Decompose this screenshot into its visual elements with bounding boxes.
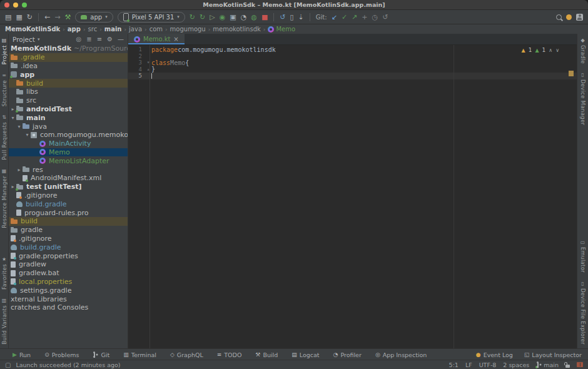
git-update-icon[interactable]: ↙ xyxy=(332,14,337,21)
previous-issue-button[interactable]: ∧ xyxy=(549,48,552,53)
breadcrumb-item[interactable]: app xyxy=(68,26,81,33)
tree-item[interactable]: build xyxy=(9,79,128,88)
settings-button[interactable]: ⚙ xyxy=(107,36,113,43)
tool-window-button-device-file-explorer[interactable]: ▯Device File Explorer xyxy=(580,277,586,349)
breadcrumb-item[interactable]: memokotlinsdk xyxy=(213,26,260,33)
tool-window-run[interactable]: ▶Run xyxy=(13,351,31,358)
collapse-all-button[interactable]: ≡ xyxy=(97,36,102,43)
profile-icon[interactable]: ◔ xyxy=(241,14,247,21)
caret-position[interactable]: 5:1 xyxy=(449,361,459,368)
breadcrumb-item[interactable]: Memo xyxy=(268,26,295,33)
tree-item[interactable]: build.gradle xyxy=(9,243,128,251)
breadcrumb-item[interactable]: mogumogu xyxy=(170,26,206,33)
tree-item[interactable]: AndroidManifest.xml xyxy=(9,174,128,183)
hide-panel-button[interactable]: — xyxy=(118,36,124,43)
tree-item[interactable]: MemoKotlinSdk~/ProgramSource/procs/blog xyxy=(9,44,128,53)
tool-window-button-device-manager[interactable]: ▯Device Manager xyxy=(580,68,586,129)
sync-icon[interactable]: ↻ xyxy=(27,14,33,21)
tree-item[interactable]: ▾com.mogumogu.memokotlinsdk xyxy=(9,131,128,139)
run-configuration-select[interactable]: app▾ xyxy=(75,12,113,23)
sync-gradle-icon[interactable]: ↺ xyxy=(280,14,285,21)
tree-collapsed-icon[interactable]: ▸ xyxy=(16,167,23,173)
tree-item[interactable]: ▾main xyxy=(9,113,128,122)
tree-item[interactable]: .gradle xyxy=(9,53,128,62)
tree-item[interactable]: proguard-rules.pro xyxy=(9,208,128,217)
tree-item[interactable]: gradle.properties xyxy=(9,251,128,260)
tool-window-button-build-variants[interactable]: ▥Build Variants xyxy=(1,294,8,349)
reader-mode[interactable] xyxy=(577,362,583,367)
fold-close-icon[interactable]: ▵ xyxy=(145,67,151,72)
apply-code-changes-icon[interactable]: ▷ xyxy=(210,14,215,21)
tree-item[interactable]: local.properties xyxy=(9,278,128,286)
tree-item[interactable]: gradle xyxy=(9,226,128,235)
git-push-icon[interactable]: ↗ xyxy=(352,14,357,21)
tree-item[interactable]: app xyxy=(9,70,128,79)
tree-item[interactable]: build.gradle xyxy=(9,200,128,208)
breadcrumb-item[interactable]: java xyxy=(129,26,142,33)
tool-window-button-resource-manager[interactable]: ▦Resource Manager xyxy=(1,164,8,233)
tree-item[interactable]: gradlew.bat xyxy=(9,269,128,278)
device-select[interactable]: Pixel 5 API 31▾ xyxy=(118,12,185,23)
tree-expanded-icon[interactable]: ▾ xyxy=(16,124,23,129)
tool-windows-toggle-icon[interactable]: ▢ xyxy=(5,361,11,368)
lock[interactable] xyxy=(565,362,570,368)
tool-window-app-inspection[interactable]: ◎App Inspection xyxy=(375,351,427,358)
tool-window-problems[interactable]: ⊙Problems xyxy=(44,351,79,358)
sdk-manager-icon[interactable]: ⇣ xyxy=(298,14,304,21)
tree-expanded-icon[interactable]: ▾ xyxy=(9,115,16,121)
git-commit-icon[interactable]: ✓ xyxy=(342,14,347,21)
breadcrumb-item[interactable]: com xyxy=(150,26,163,33)
ide-updates-icon[interactable] xyxy=(566,14,572,20)
tree-item[interactable]: .gitignore xyxy=(9,235,128,243)
rerun-icon[interactable]: ↻ xyxy=(190,14,195,21)
tool-window-graphql[interactable]: ◇GraphQL xyxy=(170,351,203,358)
fold-open-icon[interactable]: ▿ xyxy=(145,60,151,65)
project-view-select[interactable]: Project xyxy=(13,36,35,43)
tool-window-build[interactable]: ⚒Build xyxy=(255,351,278,358)
line-separator[interactable]: LF xyxy=(465,361,472,368)
attach-debugger-icon[interactable]: ▣ xyxy=(230,14,236,21)
device-manager-icon[interactable]: ▯ xyxy=(290,14,294,21)
breadcrumb-item[interactable]: MemoKotlinSdk xyxy=(5,26,60,33)
tree-item[interactable]: ▸androidTest xyxy=(9,105,128,114)
build-hammer-icon[interactable]: ⚒ xyxy=(64,14,71,21)
tool-window-button-pull-requests[interactable]: ⇅Pull Requests xyxy=(1,111,8,164)
tree-item[interactable]: build xyxy=(9,217,128,226)
tree-item[interactable]: ▸test[unitTest] xyxy=(9,183,128,191)
close-tab-icon[interactable]: × xyxy=(173,36,178,43)
tree-expanded-icon[interactable]: ▾ xyxy=(24,132,31,138)
stop-icon[interactable]: ■ xyxy=(261,14,268,21)
profile-debuggable-icon[interactable]: ◍ xyxy=(251,14,257,21)
code-line[interactable]: 4▵} xyxy=(128,66,577,73)
tab-memo-kt[interactable]: Memo.kt × xyxy=(128,34,185,44)
code-line[interactable]: 1package com.mogumogu.memokotlinsdk xyxy=(128,46,577,53)
forward-icon[interactable]: → xyxy=(54,14,60,21)
tree-item[interactable]: ▾java xyxy=(9,122,128,131)
git-patch-icon[interactable]: + xyxy=(362,14,367,21)
profile-avatar-icon[interactable] xyxy=(576,14,583,21)
git-branch[interactable]: main xyxy=(536,361,559,368)
tool-window-button-structure[interactable]: ≡Structure xyxy=(1,69,8,111)
back-icon[interactable]: ← xyxy=(44,14,50,21)
code-area[interactable]: 1package com.mogumogu.memokotlinsdk23▿cl… xyxy=(128,45,577,349)
indent-style[interactable]: 2 spaces xyxy=(503,361,529,368)
scrollbar-warning-marker[interactable] xyxy=(569,71,574,76)
file-encoding[interactable]: UTF-8 xyxy=(479,361,497,368)
tree-item[interactable]: ▸res xyxy=(9,165,128,174)
tree-item[interactable]: cratches and Consoles xyxy=(9,303,128,312)
code-line[interactable]: 5 xyxy=(128,73,577,79)
tree-item[interactable]: libs xyxy=(9,88,128,96)
tree-item[interactable]: settings.gradle xyxy=(9,286,128,295)
apply-changes-icon[interactable]: ↻ xyxy=(200,14,205,21)
tree-item[interactable]: Memo xyxy=(9,148,128,157)
debug-icon[interactable]: ◉ xyxy=(220,14,226,21)
breadcrumb-item[interactable]: main xyxy=(104,26,122,33)
git-rollback-icon[interactable]: ↺ xyxy=(382,14,388,21)
tool-window-logcat[interactable]: ▤Logcat xyxy=(291,351,319,358)
open-project-icon[interactable]: ▤ xyxy=(5,14,11,21)
tree-item[interactable]: .idea xyxy=(9,62,128,71)
select-opened-file-button[interactable]: ◎ xyxy=(76,36,82,43)
search-everywhere-icon[interactable] xyxy=(556,14,562,20)
tool-window-git[interactable]: Git xyxy=(93,351,109,358)
tree-item[interactable]: MainActivity xyxy=(9,139,128,148)
